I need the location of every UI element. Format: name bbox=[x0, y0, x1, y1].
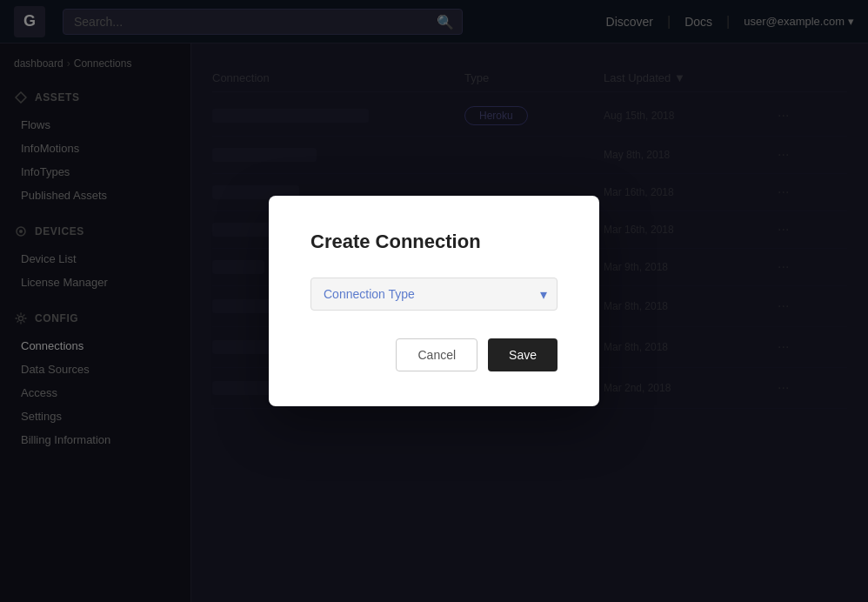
save-button[interactable]: Save bbox=[488, 338, 558, 371]
modal-title: Create Connection bbox=[310, 231, 558, 253]
connection-type-select[interactable]: Connection Type Heroku AWS IoT Mbed HTTP bbox=[310, 278, 558, 311]
modal-overlay: Create Connection Connection Type Heroku… bbox=[0, 0, 868, 602]
modal-actions: Cancel Save bbox=[310, 338, 558, 371]
cancel-button[interactable]: Cancel bbox=[396, 338, 477, 371]
create-connection-modal: Create Connection Connection Type Heroku… bbox=[269, 196, 599, 406]
connection-type-select-wrap: Connection Type Heroku AWS IoT Mbed HTTP… bbox=[310, 278, 558, 311]
